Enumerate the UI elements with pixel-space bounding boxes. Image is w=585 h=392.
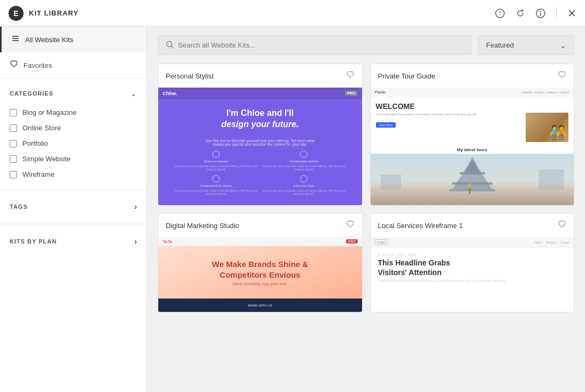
kit-card-local-services-preview: Logo About Services Contact SUBTITLE GOE… [371,237,574,312]
categories-header[interactable]: CATEGORIES ⌄ [10,89,137,98]
info-icon[interactable] [536,9,545,18]
dm-pro-badge: PRO [346,239,357,244]
category-blog-checkbox[interactable] [10,109,17,116]
category-portfolio[interactable]: Portfolio [10,139,137,147]
svg-line-9 [171,46,173,48]
category-online-store-label: Online Store [22,124,61,132]
search-input[interactable] [178,36,464,54]
svg-point-3 [540,11,541,12]
category-online-store-checkbox[interactable] [10,124,17,132]
kits-by-plan-title: KITS BY PLAN [10,238,57,245]
close-icon[interactable]: ✕ [567,7,576,20]
tour-guide-eiffel-image [371,154,574,205]
kit-card-private-tour-guide[interactable]: Private Tour Guide Paolo ── ── [370,64,575,206]
sort-chevron-icon: ⌄ [560,41,566,50]
dm-subtext: Client-converting copy goes here. [232,282,288,286]
dm-footer-bar: WORK WITH US [158,299,362,312]
kits-by-plan-chevron-icon: › [134,237,137,246]
category-portfolio-checkbox[interactable] [10,140,17,147]
kit-card-local-services-title: Local Services Wireframe 1 [378,222,463,230]
svg-rect-18 [381,175,401,190]
app-title: KIT LIBRARY [29,9,79,17]
kit-card-tour-guide-preview: Paolo ── ── ── ── WELCOME [371,88,574,205]
kit-card-local-services-header: Local Services Wireframe 1 [371,214,574,237]
sidebar-divider-2 [0,224,147,224]
kit-card-tour-guide-favorite-icon[interactable] [558,70,566,81]
svg-rect-15 [452,182,492,185]
category-wireframe-checkbox[interactable] [10,171,17,178]
wf-logo-placeholder: Logo [375,239,388,245]
categories-title: CATEGORIES [10,90,53,97]
header-left: E KIT LIBRARY [9,6,79,21]
dm-footer-text: WORK WITH US [248,304,272,307]
categories-chevron-icon: ⌄ [130,89,137,98]
main-layout: All Website Kits Favorites CATEGORIES ⌄ … [0,27,585,392]
category-wireframe-label: Wireframe [22,170,55,178]
hamburger-icon [11,34,20,45]
category-blog[interactable]: Blog or Magazine [10,108,137,116]
ps-features: Dress to impress Use this text box to de… [169,151,351,195]
tags-section[interactable]: TAGS › [0,195,147,218]
category-simple-website[interactable]: Simple Website [10,155,137,163]
sort-select[interactable]: Featured Newest Oldest A-Z Z-A [486,36,556,54]
heart-icon [10,60,18,70]
categories-list: Blog or Magazine Online Store Portfolio … [0,103,147,184]
tour-guide-photo: 🧑‍🤝‍🧑 [526,113,568,142]
category-simple-website-checkbox[interactable] [10,155,17,163]
kits-by-plan-section[interactable]: KITS BY PLAN › [0,230,147,253]
all-kits-label: All Website Kits [25,36,73,44]
app-logo: E [9,6,24,21]
kit-card-digital-marketing-title: Digital Marketing Studio [166,222,239,230]
search-wrapper [158,35,472,55]
kit-card-digital-marketing-favorite-icon[interactable] [346,220,355,231]
kit-card-personal-stylist[interactable]: Personal Stylist Chloe. PRO I [158,64,363,206]
category-online-store[interactable]: Online Store [10,124,137,132]
kit-card-tour-guide-title: Private Tour Guide [378,72,435,80]
kit-card-digital-marketing-header: Digital Marketing Studio [158,214,362,237]
kit-card-personal-stylist-title: Personal Stylist [166,72,214,80]
tags-chevron-icon: › [134,202,137,211]
kit-grid: Personal Stylist Chloe. PRO I [158,64,574,312]
kit-card-tour-guide-header: Private Tour Guide [371,64,574,88]
refresh-icon[interactable] [515,9,525,18]
sidebar-item-favorites[interactable]: Favorites [0,52,147,79]
svg-rect-12 [449,189,495,192]
svg-rect-19 [538,169,564,190]
sidebar: All Website Kits Favorites CATEGORIES ⌄ … [0,27,147,392]
header-divider [556,8,557,19]
dm-headline: We Make Brands Shine &Competitors Enviou… [212,259,308,280]
sidebar-divider-1 [0,189,147,190]
wf-overline: SUBTITLE GOES HERE [378,253,567,256]
svg-text:?: ? [499,10,502,17]
category-blog-label: Blog or Magazine [22,108,76,116]
wf-headline: This Headline GrabsVisitors' Attention [378,258,567,277]
header-icons: ? ✕ [495,7,576,20]
kit-card-personal-stylist-header: Personal Stylist [158,64,362,88]
ps-subtitle: Use this box to describe yourself and yo… [205,139,314,146]
wf-nav: About Services Contact [535,241,570,244]
svg-rect-14 [459,172,485,175]
svg-point-16 [467,183,472,189]
category-simple-website-label: Simple Website [22,155,71,163]
content-topbar: Featured Newest Oldest A-Z Z-A ⌄ [158,35,574,55]
kit-card-digital-marketing[interactable]: Digital Marketing Studio Ta-Ta PRO [158,213,363,312]
dm-logo-text: Ta-Ta [163,240,172,244]
kit-card-digital-marketing-preview: Ta-Ta PRO We Make Brands Shine &Competit… [158,237,362,312]
header: E KIT LIBRARY ? ✕ [0,0,585,27]
kit-card-personal-stylist-favorite-icon[interactable] [346,70,355,81]
category-portfolio-label: Portfolio [22,139,48,147]
wf-description: A short description that invites visitor… [378,279,567,283]
ps-headline: I'm Chloe and I'lldesign your future. [221,108,299,130]
search-icon [166,41,174,50]
category-wireframe[interactable]: Wireframe [10,170,137,178]
categories-section: CATEGORIES ⌄ [0,79,147,103]
help-icon[interactable]: ? [495,9,505,18]
favorites-label: Favorites [24,61,52,69]
kit-card-local-services-favorite-icon[interactable] [558,220,566,231]
kit-card-local-services[interactable]: Local Services Wireframe 1 Logo About [370,213,575,312]
kit-card-personal-stylist-preview: Chloe. PRO I'm Chloe and I'lldesign your… [158,88,362,205]
tags-title: TAGS [10,203,28,210]
wf-content: SUBTITLE GOES HERE This Headline GrabsVi… [371,248,574,312]
sort-select-wrapper: Featured Newest Oldest A-Z Z-A ⌄ [478,35,574,55]
sidebar-item-all-kits[interactable]: All Website Kits [0,27,147,52]
